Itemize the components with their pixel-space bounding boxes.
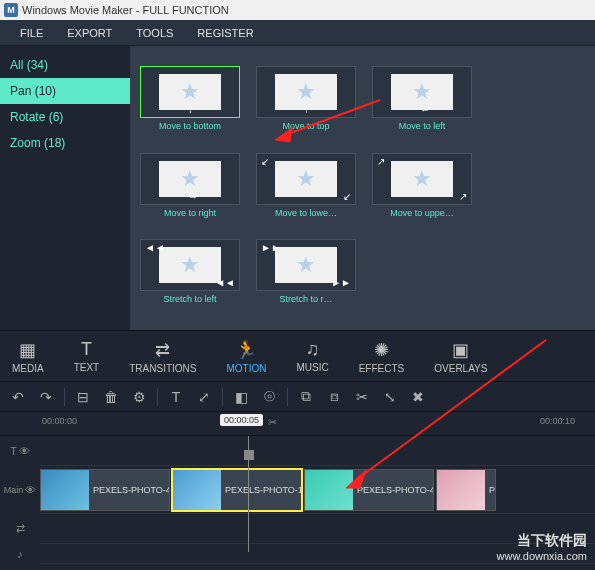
effect-tile[interactable]: ★ → Move to right bbox=[140, 153, 240, 224]
effect-tile[interactable]: ★ ↗ ↗ Move to uppe… bbox=[372, 153, 472, 224]
transitions-icon: ⇄ bbox=[155, 339, 170, 361]
effect-tile[interactable]: ★ ↑ Move to top bbox=[256, 66, 356, 137]
menubar: FILE EXPORT TOOLS REGISTER bbox=[0, 20, 595, 46]
direction-arrow-icon: ►► bbox=[261, 242, 281, 253]
menu-file[interactable]: FILE bbox=[8, 27, 55, 39]
direction-arrow-icon: ↑ bbox=[304, 104, 309, 115]
scissors-icon[interactable]: ✂ bbox=[268, 416, 277, 429]
star-icon: ★ bbox=[412, 166, 432, 192]
toolbar-button[interactable]: ◧ bbox=[231, 389, 251, 405]
toolbar-button[interactable]: ⦾ bbox=[259, 388, 279, 405]
tab-label: OVERLAYS bbox=[434, 363, 487, 374]
toolbar-button[interactable]: ↷ bbox=[36, 389, 56, 405]
timeline-clip[interactable]: PEXELS-PHOTO-4 bbox=[304, 469, 434, 511]
effect-preview: ★ bbox=[391, 161, 453, 197]
effect-preview: ★ bbox=[275, 161, 337, 197]
toolbar-button[interactable]: 🗑 bbox=[101, 389, 121, 405]
effect-tile[interactable]: ★ ►► ►► Stretch to r… bbox=[256, 239, 356, 310]
clip-thumbnail bbox=[41, 470, 89, 510]
star-icon: ★ bbox=[296, 252, 316, 278]
sidebar-item-rotate[interactable]: Rotate (6) bbox=[0, 104, 130, 130]
track-main[interactable]: Main👁 PEXELS-PHOTO-4PEXELS-PHOTO-1PEXELS… bbox=[40, 466, 595, 514]
tab-overlays[interactable]: ▣OVERLAYS bbox=[434, 339, 487, 374]
toolbar-button[interactable]: ⤡ bbox=[380, 389, 400, 405]
track-text[interactable]: T👁 bbox=[40, 436, 595, 466]
media-icon: ▦ bbox=[19, 339, 36, 361]
tab-effects[interactable]: ✺EFFECTS bbox=[359, 339, 405, 374]
direction-arrow-icon: ↓ bbox=[188, 104, 193, 115]
timeline-clip[interactable]: PEXELS-PHOTO-4 bbox=[40, 469, 170, 511]
timeline-toolbar: ↶↷⊟🗑⚙T⤢◧⦾⧉⧈✂⤡✖ bbox=[0, 382, 595, 412]
tab-transitions[interactable]: ⇄TRANSITIONS bbox=[129, 339, 196, 374]
playhead-handle[interactable] bbox=[244, 450, 254, 460]
tab-label: EFFECTS bbox=[359, 363, 405, 374]
time-label: 00:00:10 bbox=[540, 416, 575, 426]
separator bbox=[222, 388, 223, 406]
transition-track-icon: ⇄ bbox=[16, 522, 25, 535]
eye-icon[interactable]: 👁 bbox=[25, 484, 36, 496]
effect-label: Move to top bbox=[256, 118, 356, 131]
titlebar: M Windows Movie Maker - FULL FUNCTION bbox=[0, 0, 595, 20]
star-icon: ★ bbox=[180, 79, 200, 105]
time-ruler[interactable]: 00:00:00 00:00:10 00:00:05 ✂ bbox=[0, 412, 595, 436]
direction-arrow-icon: ↙ bbox=[343, 191, 351, 202]
effect-preview: ★ bbox=[159, 247, 221, 283]
app-icon: M bbox=[4, 3, 18, 17]
star-icon: ★ bbox=[180, 252, 200, 278]
audio-track-icon: ♪ bbox=[17, 548, 23, 560]
effect-tile[interactable]: ★ ↓ Move to bottom bbox=[140, 66, 240, 137]
effect-thumb: ★ ↙ ↙ bbox=[256, 153, 356, 205]
clip-thumbnail bbox=[437, 470, 485, 510]
star-icon: ★ bbox=[412, 79, 432, 105]
toolbar-button[interactable]: ✖ bbox=[408, 389, 428, 405]
effect-thumb: ★ ↗ ↗ bbox=[372, 153, 472, 205]
effect-thumb: ★ ← bbox=[372, 66, 472, 118]
tab-music[interactable]: ♫MUSIC bbox=[296, 339, 328, 373]
main-area: All (34) Pan (10) Rotate (6) Zoom (18) ★… bbox=[0, 46, 595, 330]
sidebar-item-all[interactable]: All (34) bbox=[0, 52, 130, 78]
tab-text[interactable]: TTEXT bbox=[74, 339, 100, 373]
toolbar-button[interactable]: ⧈ bbox=[324, 388, 344, 405]
toolbar-button[interactable]: ✂ bbox=[352, 389, 372, 405]
timeline-clip[interactable]: PEXELS-PHOTO-1 bbox=[172, 469, 302, 511]
direction-arrow-icon: ← bbox=[420, 104, 430, 115]
toolbar-button[interactable]: ⧉ bbox=[296, 388, 316, 405]
sidebar-item-zoom[interactable]: Zoom (18) bbox=[0, 130, 130, 156]
effect-tile[interactable]: ★ ↙ ↙ Move to lowe… bbox=[256, 153, 356, 224]
direction-arrow-icon: ►► bbox=[331, 277, 351, 288]
direction-arrow-icon: ↙ bbox=[261, 156, 269, 167]
main-track-label: Main bbox=[4, 485, 24, 495]
clip-label: PEXELS-PHOTO-1 bbox=[221, 485, 302, 495]
tab-media[interactable]: ▦MEDIA bbox=[12, 339, 44, 374]
effect-label: Move to bottom bbox=[140, 118, 240, 131]
toolbar-button[interactable]: T bbox=[166, 389, 186, 405]
effect-label: Move to uppe… bbox=[372, 205, 472, 218]
toolbar-button[interactable]: ⊟ bbox=[73, 389, 93, 405]
watermark-url: www.downxia.com bbox=[497, 550, 587, 562]
toolbar-button[interactable]: ⚙ bbox=[129, 389, 149, 405]
sidebar: All (34) Pan (10) Rotate (6) Zoom (18) bbox=[0, 46, 130, 330]
star-icon: ★ bbox=[296, 166, 316, 192]
menu-tools[interactable]: TOOLS bbox=[124, 27, 185, 39]
toolbar-button[interactable]: ↶ bbox=[8, 389, 28, 405]
clip-label: PEXELS-PHOTO-4 bbox=[89, 485, 170, 495]
separator bbox=[287, 388, 288, 406]
time-label: 00:00:00 bbox=[42, 416, 77, 426]
tab-motion[interactable]: 🏃MOTION bbox=[226, 339, 266, 374]
effect-label: Move to lowe… bbox=[256, 205, 356, 218]
effect-tile[interactable]: ★ ← Move to left bbox=[372, 66, 472, 137]
star-icon: ★ bbox=[180, 166, 200, 192]
timeline-clip[interactable]: PE bbox=[436, 469, 496, 511]
direction-arrow-icon: ◄◄ bbox=[215, 277, 235, 288]
effect-thumb: ★ → bbox=[140, 153, 240, 205]
menu-export[interactable]: EXPORT bbox=[55, 27, 124, 39]
eye-icon[interactable]: 👁 bbox=[19, 445, 30, 457]
clip-thumbnail bbox=[173, 470, 221, 510]
toolbar-button[interactable]: ⤢ bbox=[194, 389, 214, 405]
effect-thumb: ★ ◄◄ ◄◄ bbox=[140, 239, 240, 291]
sidebar-item-pan[interactable]: Pan (10) bbox=[0, 78, 130, 104]
menu-register[interactable]: REGISTER bbox=[185, 27, 265, 39]
motion-icon: 🏃 bbox=[235, 339, 257, 361]
effect-tile[interactable]: ★ ◄◄ ◄◄ Stretch to left bbox=[140, 239, 240, 310]
effect-preview: ★ bbox=[275, 247, 337, 283]
